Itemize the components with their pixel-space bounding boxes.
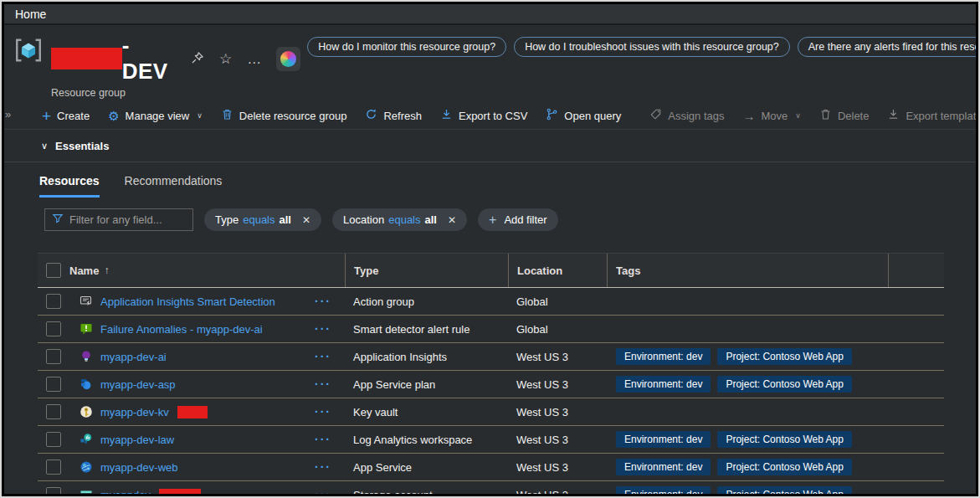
azure-portal-window: Home -DEV ☆ … [0, 0, 980, 498]
page-title: -DEV [122, 33, 172, 85]
resource-link[interactable]: myapp-dev-web [100, 461, 178, 474]
copilot-chip-alerts[interactable]: Are there any alerts fired for this reso… [798, 37, 976, 57]
refresh-button[interactable]: Refresh [356, 102, 431, 129]
select-all-checkbox[interactable] [46, 263, 61, 278]
resource-type: Action group [345, 295, 508, 308]
close-icon[interactable]: ✕ [448, 214, 456, 226]
move-button[interactable]: → Move ∨ [733, 102, 809, 129]
row-menu-icon[interactable]: ··· [315, 488, 331, 494]
essentials-toggle[interactable]: ∨ Essentials [4, 130, 976, 162]
add-filter-button[interactable]: + Add filter [478, 208, 558, 231]
smart-detector-icon [80, 322, 93, 336]
column-header-name[interactable]: Name ↑ [69, 254, 345, 287]
column-header-tags[interactable]: Tags [607, 254, 888, 287]
resource-location: West US 3 [508, 351, 607, 363]
redacted-text [177, 406, 208, 418]
row-checkbox[interactable] [46, 349, 61, 364]
resource-type: Log Analytics workspace [345, 434, 508, 446]
copilot-chip-monitor[interactable]: How do I monitor this resource group? [307, 37, 506, 57]
row-checkbox[interactable] [46, 377, 61, 392]
resource-link[interactable]: Failure Anomalies - myapp-dev-ai [100, 323, 263, 336]
tab-resources[interactable]: Resources [39, 174, 100, 198]
trash-icon [221, 108, 233, 123]
column-header-spacer [888, 254, 944, 287]
storage-account-icon [80, 488, 93, 494]
filter-funnel-icon [52, 213, 64, 228]
tag-badge[interactable]: Project: Contoso Web App [717, 431, 852, 448]
tag-badge[interactable]: Project: Contoso Web App [717, 459, 852, 475]
tab-recommendations[interactable]: Recommendations [125, 174, 223, 198]
table-row: Failure Anomalies - myapp-dev-ai ··· Sma… [38, 316, 944, 343]
row-checkbox[interactable] [46, 404, 61, 419]
tag-icon [649, 108, 662, 123]
tag-badge[interactable]: Project: Contoso Web App [717, 376, 852, 393]
filter-pill-location[interactable]: Location equals all ✕ [332, 208, 467, 231]
row-menu-icon[interactable]: ··· [315, 460, 331, 474]
resource-link[interactable]: myapp-dev-kv [100, 406, 169, 418]
more-options-icon[interactable]: … [247, 52, 261, 66]
resources-table: Name ↑ Type Location Tags Application In… [38, 253, 944, 494]
row-menu-icon[interactable]: ··· [315, 350, 331, 363]
export-template-button[interactable]: Export template ∨ [878, 102, 976, 129]
tag-badge[interactable]: Environment: dev [616, 348, 711, 365]
resource-link[interactable]: Application Insights Smart Detection [100, 295, 275, 308]
page-header: -DEV ☆ … Resource group How do I monitor… [4, 25, 976, 102]
row-checkbox[interactable] [46, 294, 61, 309]
chevron-down-icon: ∨ [197, 111, 203, 120]
resource-type: Storage account [345, 489, 508, 495]
row-menu-icon[interactable]: ··· [315, 322, 331, 336]
arrow-right-icon: → [742, 110, 755, 122]
row-checkbox[interactable] [46, 487, 61, 494]
row-menu-icon[interactable]: ··· [315, 295, 331, 308]
export-csv-button[interactable]: Export to CSV [431, 102, 536, 129]
tag-badge[interactable]: Project: Contoso Web App [717, 348, 852, 365]
application-insights-icon [80, 350, 93, 363]
column-header-location[interactable]: Location [508, 254, 607, 287]
resource-location: Global [508, 323, 607, 336]
delete-resource-group-button[interactable]: Delete resource group [212, 102, 357, 129]
refresh-icon [365, 108, 377, 123]
redacted-text [159, 489, 201, 495]
row-checkbox[interactable] [46, 321, 61, 336]
tag-badge[interactable]: Environment: dev [616, 459, 711, 475]
expand-menu-icon[interactable]: » [5, 108, 11, 121]
gear-icon: ⚙ [108, 110, 119, 122]
manage-view-button[interactable]: ⚙ Manage view ∨ [99, 102, 212, 129]
download-icon [887, 108, 900, 123]
command-bar: » + Create ⚙ Manage view ∨ Delete resour… [4, 102, 976, 130]
table-header: Name ↑ Type Location Tags [38, 253, 944, 288]
pin-icon[interactable] [191, 51, 204, 67]
filter-input-box [44, 208, 193, 231]
tag-badge[interactable]: Project: Contoso Web App [717, 486, 852, 494]
row-checkbox[interactable] [46, 459, 61, 475]
copilot-chip-troubleshoot[interactable]: How do I troubleshoot issues with this r… [514, 37, 790, 57]
tag-badge[interactable]: Environment: dev [616, 431, 711, 448]
row-menu-icon[interactable]: ··· [315, 377, 331, 391]
open-query-button[interactable]: Open query [536, 102, 630, 129]
close-icon[interactable]: ✕ [302, 214, 310, 226]
table-row: myapp-dev-kv ··· Key vault West US 3 [38, 398, 944, 426]
row-checkbox[interactable] [46, 432, 61, 447]
column-header-type[interactable]: Type [345, 254, 508, 287]
assign-tags-button[interactable]: Assign tags [640, 102, 733, 129]
resource-link[interactable]: myappdev [100, 489, 151, 495]
tag-badge[interactable]: Environment: dev [616, 486, 711, 494]
resource-link[interactable]: myapp-dev-ai [100, 351, 167, 363]
breadcrumb-home-link[interactable]: Home [15, 8, 46, 21]
create-button[interactable]: + Create [33, 102, 99, 129]
row-menu-icon[interactable]: ··· [315, 433, 331, 446]
app-service-icon [80, 460, 93, 474]
table-row: myappdev ··· Storage account West US 3 E… [38, 481, 944, 494]
resource-link[interactable]: myapp-dev-law [100, 434, 174, 446]
favorite-star-icon[interactable]: ☆ [219, 52, 232, 66]
filter-pill-type[interactable]: Type equals all ✕ [204, 208, 321, 231]
copilot-icon[interactable] [276, 47, 300, 71]
filter-input[interactable] [69, 213, 186, 226]
tag-badge[interactable]: Environment: dev [616, 376, 711, 393]
delete-button[interactable]: Delete [810, 102, 879, 129]
resource-location: West US 3 [508, 461, 607, 474]
table-row: myapp-dev-web ··· App Service West US 3 … [38, 454, 944, 481]
resource-location: Global [508, 295, 607, 308]
row-menu-icon[interactable]: ··· [315, 405, 331, 418]
resource-link[interactable]: myapp-dev-asp [100, 378, 176, 391]
